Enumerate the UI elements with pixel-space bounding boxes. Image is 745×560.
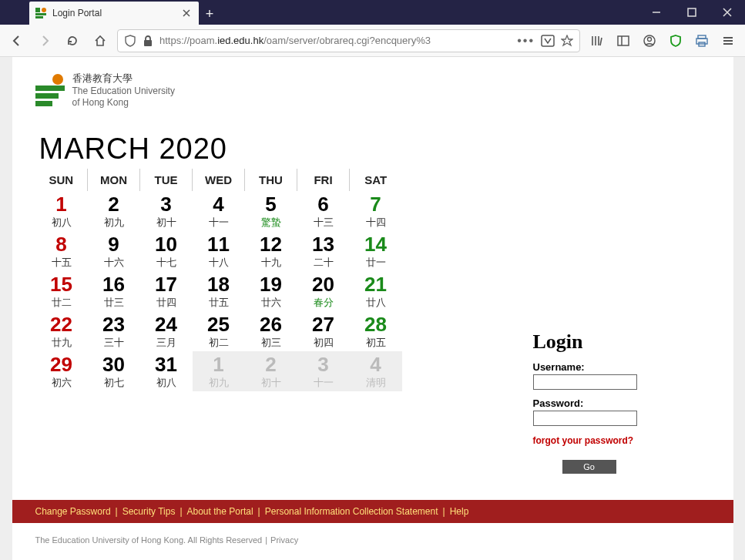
shield-icon [124, 35, 136, 47]
day-number: 31 [140, 354, 193, 374]
forward-button[interactable] [34, 30, 55, 52]
day-number: 28 [350, 314, 402, 334]
day-number: 24 [140, 314, 193, 334]
lunar-label: 廿六 [245, 296, 297, 310]
day-number: 15 [35, 274, 88, 294]
day-number: 16 [88, 274, 140, 294]
day-number: 29 [35, 354, 88, 374]
day-number: 14 [350, 234, 402, 254]
lunar-label: 十三 [297, 216, 350, 230]
footer-links-bar: Change Password | Security Tips | About … [12, 500, 733, 523]
more-icon[interactable]: ••• [517, 34, 535, 48]
footer-link[interactable]: Help [450, 506, 469, 517]
window-minimize-icon[interactable] [639, 0, 674, 25]
calendar-cell: 28初五 [350, 311, 402, 351]
day-number: 23 [88, 314, 140, 334]
new-tab-button[interactable]: + [199, 3, 220, 25]
reader-icon[interactable] [541, 35, 555, 47]
reload-button[interactable] [62, 30, 83, 52]
svg-rect-9 [696, 39, 707, 44]
password-input[interactable] [533, 411, 637, 426]
logo-text: 香港教育大學 The Education University of Hong … [72, 72, 175, 109]
svg-rect-1 [688, 8, 696, 16]
calendar-cell: 24三月 [140, 311, 193, 351]
day-number: 21 [350, 274, 402, 294]
lunar-label: 初十 [245, 376, 297, 390]
footer-link[interactable]: Personal Information Collection Statemen… [265, 506, 438, 517]
dow-header: MON [88, 169, 140, 191]
login-heading: Login [533, 330, 710, 354]
window-maximize-icon[interactable] [674, 0, 710, 25]
svg-rect-4 [618, 36, 629, 45]
lunar-label: 十四 [350, 216, 402, 230]
footer-link[interactable]: Change Password [35, 506, 111, 517]
day-number: 3 [140, 194, 193, 214]
privacy-link[interactable]: Privacy [270, 535, 298, 545]
day-number: 2 [88, 194, 140, 214]
day-number: 8 [35, 234, 88, 254]
lunar-label: 初四 [297, 336, 350, 350]
calendar-cell: 30初七 [88, 351, 140, 391]
footer-link[interactable]: About the Portal [187, 506, 253, 517]
calendar-cell: 16廿三 [88, 271, 140, 311]
calendar-cell: 29初六 [35, 351, 88, 391]
dow-header: SUN [35, 169, 88, 191]
window-close-icon[interactable] [710, 0, 745, 25]
go-button[interactable]: Go [562, 460, 616, 474]
calendar-cell: 1初九 [193, 351, 245, 391]
login-panel: Login Username: Password: forgot your pa… [533, 330, 710, 474]
day-number: 3 [297, 354, 350, 374]
browser-tab[interactable]: Login Portal [29, 2, 199, 25]
dow-header: TUE [140, 169, 193, 191]
extension-green-icon[interactable] [665, 30, 686, 52]
bookmark-star-icon[interactable] [561, 35, 573, 47]
site-logo: 香港教育大學 The Education University of Hong … [12, 72, 733, 109]
svg-rect-2 [144, 40, 152, 46]
tab-close-icon[interactable] [180, 7, 193, 19]
lunar-label: 初八 [140, 376, 193, 390]
day-number: 13 [297, 234, 350, 254]
calendar-cell: 19廿六 [245, 271, 297, 311]
day-number: 4 [350, 354, 402, 374]
lunar-label: 初三 [245, 336, 297, 350]
forgot-password-link[interactable]: forgot your password? [533, 435, 634, 446]
eduhk-logo-icon [35, 75, 65, 106]
day-number: 5 [245, 194, 297, 214]
back-button[interactable] [6, 30, 28, 52]
calendar-cell: 21廿八 [350, 271, 402, 311]
username-label: Username: [533, 361, 710, 373]
tab-title: Login Portal [52, 8, 176, 18]
calendar-cell: 25初二 [193, 311, 245, 351]
footer-link[interactable]: Security Tips [122, 506, 176, 517]
day-number: 7 [350, 194, 402, 214]
day-number: 10 [140, 234, 193, 254]
lunar-label: 十一 [193, 216, 245, 230]
calendar-cell: 8十五 [35, 231, 88, 271]
day-number: 17 [140, 274, 193, 294]
day-number: 1 [35, 194, 88, 214]
lunar-label: 初二 [193, 336, 245, 350]
url-bar[interactable]: https://poam.ied.edu.hk/oam/server/obrar… [117, 29, 580, 52]
sidebar-icon[interactable] [612, 30, 634, 52]
calendar-cell: 23三十 [88, 311, 140, 351]
day-number: 22 [35, 314, 88, 334]
print-icon[interactable] [691, 30, 713, 52]
lunar-label: 廿九 [35, 336, 88, 350]
lunar-label: 廿二 [35, 296, 88, 310]
day-number: 25 [193, 314, 245, 334]
username-input[interactable] [533, 374, 637, 390]
calendar-cell: 9十六 [88, 231, 140, 271]
calendar-cell: 18廿五 [193, 271, 245, 311]
url-text: https://poam.ied.edu.hk/oam/server/obrar… [159, 35, 511, 46]
svg-rect-3 [542, 35, 554, 46]
calendar-cell: 4清明 [350, 351, 402, 391]
menu-icon[interactable] [717, 30, 739, 52]
calendar-cell: 3十一 [297, 351, 350, 391]
dow-header: WED [193, 169, 245, 191]
calendar-cell: 7十四 [350, 191, 402, 231]
library-icon[interactable] [586, 30, 608, 52]
home-button[interactable] [89, 30, 111, 52]
account-icon[interactable] [639, 30, 660, 52]
calendar-cell: 5驚蟄 [245, 191, 297, 231]
calendar-cell: 31初八 [140, 351, 193, 391]
